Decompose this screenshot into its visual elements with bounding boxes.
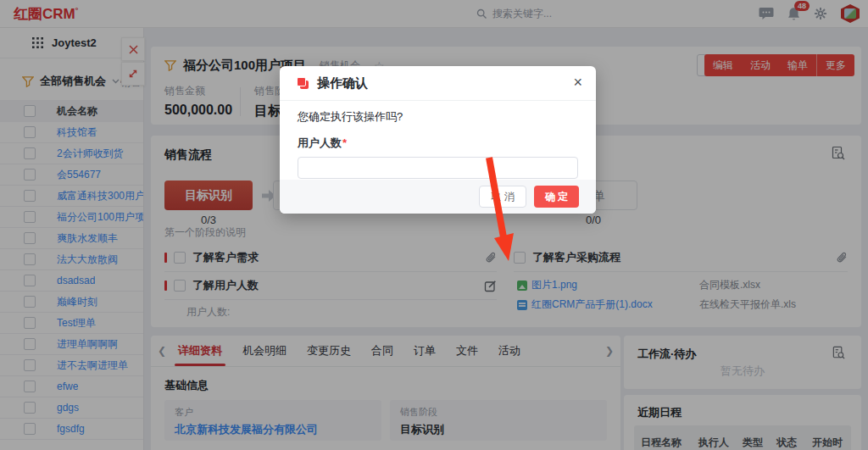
confirm-dialog: 操作确认 × 您确定执行该操作吗? 用户人数* 取 消 确 定 bbox=[280, 66, 596, 214]
dialog-close-icon[interactable]: × bbox=[573, 73, 582, 92]
cancel-button[interactable]: 取 消 bbox=[479, 186, 526, 208]
field-label: 用户人数* bbox=[298, 136, 578, 151]
confirm-button[interactable]: 确 定 bbox=[534, 186, 579, 208]
dialog-title: 操作确认 bbox=[317, 75, 368, 92]
dialog-message: 您确定执行该操作吗? bbox=[298, 109, 578, 125]
user-count-input[interactable] bbox=[298, 157, 578, 179]
dialog-icon bbox=[297, 77, 309, 90]
required-asterisk: * bbox=[342, 136, 347, 149]
app-window: 红圈CRM° 搜索关键字... 48 Joyt bbox=[0, 0, 868, 450]
